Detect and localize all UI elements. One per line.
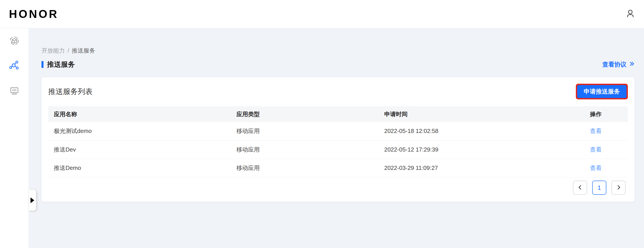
column-header-apply-time: 申请时间 xyxy=(378,106,584,122)
view-link[interactable]: 查看 xyxy=(590,164,602,171)
cell-apply-time: 2022-05-12 17:29:39 xyxy=(378,140,584,159)
table-row: 推送Demo 移动应用 2022-03-29 11:09:27 查看 xyxy=(48,159,628,177)
page-title-wrap: 推送服务 xyxy=(42,60,75,69)
sidebar-item-products[interactable] xyxy=(9,36,20,47)
chevron-left-icon xyxy=(577,184,583,191)
apply-push-service-button[interactable]: 申请推送服务 xyxy=(577,85,626,98)
view-link[interactable]: 查看 xyxy=(590,127,602,134)
column-header-action: 操作 xyxy=(584,106,628,122)
view-agreement-label: 查看协议 xyxy=(602,60,626,69)
table-row: 推送Dev 移动应用 2022-05-12 17:29:39 查看 xyxy=(48,140,628,159)
page-title: 推送服务 xyxy=(47,60,75,69)
sidebar-expand-tab[interactable] xyxy=(29,190,36,211)
sidebar-item-developer-tools[interactable] xyxy=(9,86,20,97)
view-link[interactable]: 查看 xyxy=(590,146,602,153)
user-account-button[interactable] xyxy=(626,9,635,19)
annotation-highlight-box: 申请推送服务 xyxy=(576,84,628,99)
page-header-row: 推送服务 查看协议 xyxy=(42,59,634,70)
breadcrumb-current: 推送服务 xyxy=(72,47,95,55)
cell-apply-time: 2022-05-18 12:02:58 xyxy=(378,122,584,140)
sidebar-item-open-capabilities[interactable] xyxy=(9,60,20,71)
cell-app-name: 推送Dev xyxy=(48,140,231,159)
column-header-app-type: 应用类型 xyxy=(231,106,378,122)
title-accent-bar xyxy=(42,61,44,68)
person-icon xyxy=(626,9,635,19)
expand-arrow-icon xyxy=(30,197,34,203)
previous-page-button[interactable] xyxy=(573,181,587,195)
column-header-app-name: 应用名称 xyxy=(48,106,231,122)
cell-app-type: 移动应用 xyxy=(231,140,378,159)
card-header: 推送服务列表 申请推送服务 xyxy=(48,77,628,106)
chevron-right-icon xyxy=(616,184,622,191)
page-number-button[interactable]: 1 xyxy=(592,181,606,195)
cell-app-name: 极光测试demo xyxy=(48,122,231,140)
left-sidebar xyxy=(0,28,29,248)
pagination: 1 xyxy=(573,181,626,195)
push-service-table: 应用名称 应用类型 申请时间 操作 极光测试demo 移动应用 2022-05-… xyxy=(48,106,628,177)
network-nodes-icon xyxy=(10,60,19,71)
double-chevron-right-icon xyxy=(629,61,634,68)
card-title: 推送服务列表 xyxy=(48,87,92,97)
table-row: 极光测试demo 移动应用 2022-05-18 12:02:58 查看 xyxy=(48,122,628,140)
cell-apply-time: 2022-03-29 11:09:27 xyxy=(378,159,584,177)
cell-app-name: 推送Demo xyxy=(48,159,231,177)
main-content: 开放能力 / 推送服务 推送服务 查看协议 推送服务列表 申请推送服务 xyxy=(29,28,644,248)
cell-app-type: 移动应用 xyxy=(231,159,378,177)
breadcrumb-parent[interactable]: 开放能力 xyxy=(42,47,65,55)
breadcrumb-separator: / xyxy=(68,47,69,54)
breadcrumb: 开放能力 / 推送服务 xyxy=(42,47,95,55)
table-header-row: 应用名称 应用类型 申请时间 操作 xyxy=(48,106,628,122)
cell-app-type: 移动应用 xyxy=(231,122,378,140)
code-monitor-icon xyxy=(10,86,19,97)
top-header: HONOR xyxy=(0,0,644,28)
cube-icon xyxy=(10,36,19,46)
view-agreement-link[interactable]: 查看协议 xyxy=(602,60,634,69)
push-service-card: 推送服务列表 申请推送服务 应用名称 应用类型 申请时间 操作 极光测试demo… xyxy=(42,77,634,202)
next-page-button[interactable] xyxy=(612,181,626,195)
honor-logo: HONOR xyxy=(9,8,58,21)
